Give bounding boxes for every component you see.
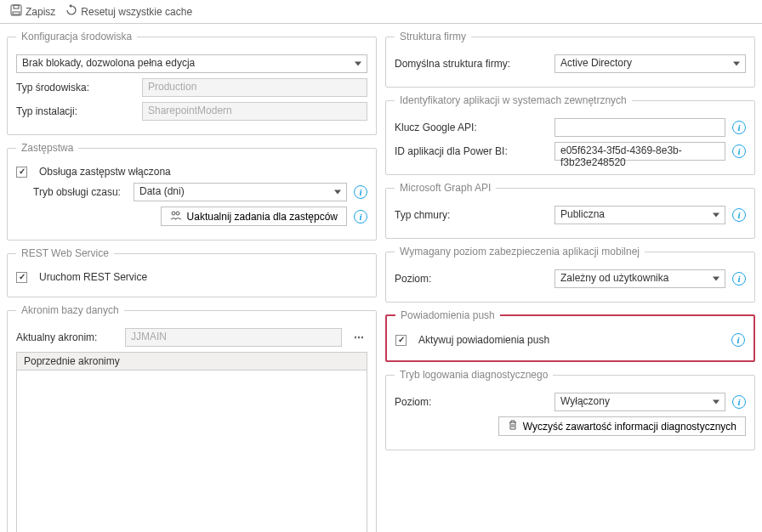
ellipsis-icon[interactable]: ⋯ [349,328,367,347]
info-icon[interactable]: i [732,121,746,134]
current-acronym-label: Aktualny akronim: [16,331,118,343]
external-ids-group: Identyfikatory aplikacji w systemach zew… [385,94,755,175]
env-config-group: Konfiguracja środowiska Brak blokady, do… [7,31,377,135]
env-config-legend: Konfiguracja środowiska [16,31,137,42]
save-icon [10,4,22,19]
diag-level-label: Poziom: [395,396,548,408]
external-ids-legend: Identyfikatory aplikacji w systemach zew… [395,94,632,106]
env-type-input: Production [142,78,367,97]
diag-logging-legend: Tryb logowania diagnostycznego [395,369,553,381]
google-key-label: Klucz Google API: [395,122,548,133]
rest-run-checkbox[interactable] [16,272,27,283]
rest-service-legend: REST Web Service [16,247,114,259]
push-notifications-legend: Powiadomienia push [395,309,500,321]
security-level-label: Poziom: [395,273,548,285]
trash-icon [508,420,518,433]
update-tasks-button[interactable]: Uaktualnij zadania dla zastępców [161,207,347,226]
company-structure-group: Struktura firmy Domyślna struktura firmy… [385,31,755,88]
clear-diag-label: Wyczyść zawartość informacji diagnostycz… [523,421,736,433]
info-icon[interactable]: i [732,208,746,222]
clear-diag-button[interactable]: Wyczyść zawartość informacji diagnostycz… [498,416,746,436]
lock-mode-select[interactable]: Brak blokady, dozwolona pełna edycja [16,54,367,73]
info-icon[interactable]: i [732,272,746,286]
substitutions-group: Zastępstwa Obsługa zastępstw włączona Tr… [7,142,377,241]
install-type-label: Typ instalacji: [16,105,135,117]
info-icon[interactable]: i [732,395,746,409]
diag-level-select[interactable]: Wyłączony [554,393,725,411]
info-icon[interactable]: i [354,210,367,224]
db-acronym-group: Akronim bazy danych Aktualny akronim: JJ… [7,304,377,532]
rest-service-group: REST Web Service Uruchom REST Service [7,247,377,297]
db-acronym-legend: Akronim bazy danych [16,304,124,316]
powerbi-id-label: ID aplikacji dla Power BI: [395,145,548,157]
powerbi-id-input[interactable]: e05f6234-3f5d-4369-8e3b-f3b23e248520 [554,142,725,161]
substitutions-legend: Zastępstwa [16,142,78,154]
reset-label: Resetuj wszystkie cache [81,6,192,18]
env-type-label: Typ środowiska: [16,82,135,93]
security-level-select[interactable]: Zależny od użytkownika [554,269,725,288]
graph-api-group: Microsoft Graph API Typ chmury: Publiczn… [385,182,755,239]
diag-logging-group: Tryb logowania diagnostycznego Poziom: W… [385,369,755,450]
save-label: Zapisz [26,6,55,18]
refresh-icon [65,4,77,19]
current-acronym-input: JJMAIN [125,328,342,347]
default-structure-label: Domyślna struktura firmy: [395,58,548,70]
cloud-type-label: Typ chmury: [395,209,548,221]
prev-acronyms-list[interactable] [16,371,367,532]
time-mode-label: Tryb obsługi czasu: [16,186,127,198]
save-button[interactable]: Zapisz [10,4,55,19]
substitutions-enabled-label: Obsługa zastępstw włączona [39,166,171,178]
push-enable-checkbox[interactable] [395,335,407,346]
google-key-input[interactable] [554,118,725,137]
substitutions-enabled-checkbox[interactable] [16,167,27,178]
svg-point-4 [176,212,179,215]
push-enable-label: Aktywuj powiadomienia push [418,334,549,346]
company-structure-legend: Struktura firmy [395,31,471,42]
mobile-security-group: Wymagany poziom zabezpieczenia aplikacji… [385,246,755,303]
people-icon [170,210,182,223]
reset-cache-button[interactable]: Resetuj wszystkie cache [65,4,192,19]
svg-rect-1 [13,12,20,14]
svg-point-3 [172,212,175,215]
mobile-security-legend: Wymagany poziom zabezpieczenia aplikacji… [395,246,645,258]
info-icon[interactable]: i [731,333,745,347]
svg-rect-2 [14,5,19,8]
graph-api-legend: Microsoft Graph API [395,182,496,194]
prev-acronyms-header[interactable]: Poprzednie akronimy [16,352,367,371]
push-notifications-group: Powiadomienia push Aktywuj powiadomienia… [385,309,755,362]
info-icon[interactable]: i [354,185,367,199]
time-mode-select[interactable]: Data (dni) [134,183,347,201]
default-structure-select[interactable]: Active Directory [554,54,746,73]
cloud-type-select[interactable]: Publiczna [554,206,725,224]
info-icon[interactable]: i [732,144,746,158]
rest-run-label: Uruchom REST Service [39,271,147,283]
update-tasks-label: Uaktualnij zadania dla zastępców [187,211,338,223]
install-type-input: SharepointModern [142,102,367,121]
